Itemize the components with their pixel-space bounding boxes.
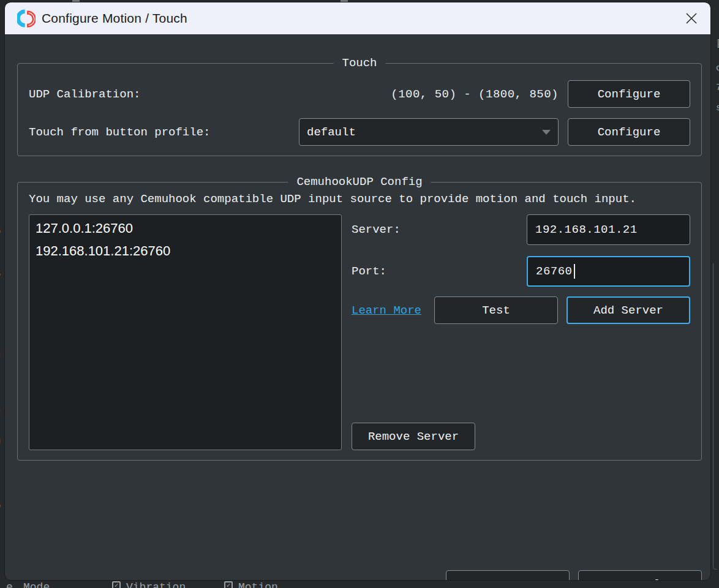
background-right-strip: [ c 7 s: [710, 2, 719, 580]
server-list-item[interactable]: 192.168.101.21:26760: [29, 239, 341, 262]
learn-more-link[interactable]: Learn More: [352, 304, 421, 317]
cemuhook-description: You may use any Cemuhook compatible UDP …: [29, 192, 690, 206]
touch-group-title: Touch: [333, 56, 385, 70]
yuzu-logo-icon: [17, 9, 36, 28]
background-text-fragment: S: [0, 270, 1, 279]
server-input[interactable]: 192.168.101.21: [527, 214, 690, 245]
cemuhook-group: CemuhookUDP Config You may use any Cemuh…: [17, 182, 702, 461]
udp-calibration-label: UDP Calibration:: [29, 88, 290, 101]
text-caret: [574, 264, 575, 279]
close-button[interactable]: [672, 2, 710, 34]
background-text-fragment: e: [6, 581, 13, 588]
close-icon: [685, 12, 698, 25]
ok-button[interactable]: OK: [446, 570, 570, 580]
background-text-fragment: U: [0, 439, 1, 448]
background-text-fragment: F: [0, 410, 1, 420]
configure-motion-touch-dialog: Configure Motion / Touch Touch UDP Calib…: [5, 2, 710, 580]
cemuhook-group-title: CemuhookUDP Config: [288, 175, 431, 189]
profile-selected-value: default: [307, 126, 356, 139]
background-bottom-strip: e Mode ✓Vibration ✓Motion: [0, 580, 719, 588]
server-label: Server:: [352, 223, 401, 236]
titlebar: Configure Motion / Touch: [5, 2, 710, 34]
profile-select[interactable]: default: [299, 118, 559, 146]
background-left-strip: D S n F U O: [0, 2, 5, 580]
test-button[interactable]: Test: [434, 296, 558, 324]
port-input[interactable]: 26760: [527, 256, 690, 287]
touch-group: Touch UDP Calibration: (100, 50) - (1800…: [17, 63, 702, 156]
background-text-fragment: c: [716, 64, 719, 73]
server-list-item[interactable]: 127.0.0.1:26760: [29, 217, 341, 239]
configure-calibration-button[interactable]: Configure: [568, 80, 690, 108]
remove-server-button[interactable]: Remove Server: [352, 423, 475, 450]
checkbox-icon: ✓: [112, 581, 121, 588]
background-vibration-checkbox: ✓Vibration: [112, 581, 186, 588]
background-fragment: [341, 0, 348, 2]
background-mode-label: Mode: [23, 581, 50, 588]
background-motion-label: Motion: [238, 581, 278, 588]
server-input-value: 192.168.101.21: [535, 223, 638, 236]
background-text-fragment: O: [0, 502, 1, 511]
server-list[interactable]: 127.0.0.1:26760 192.168.101.21:26760: [29, 214, 342, 450]
add-server-button[interactable]: Add Server: [567, 296, 690, 324]
touch-profile-label: Touch from button profile:: [29, 126, 290, 139]
background-fragment: [72, 0, 80, 2]
background-text-fragment: 7: [716, 83, 719, 92]
configure-profile-button[interactable]: Configure: [568, 118, 690, 146]
checkbox-icon: ✓: [224, 581, 233, 588]
port-input-value: 26760: [536, 265, 573, 278]
background-text-fragment: n: [0, 349, 1, 358]
window-title: Configure Motion / Touch: [42, 11, 187, 26]
chevron-down-icon: [542, 130, 551, 135]
background-motion-checkbox: ✓Motion: [224, 581, 278, 588]
background-groupbox-edge: [713, 263, 717, 570]
port-label: Port:: [352, 265, 386, 278]
background-text-fragment: [: [716, 39, 719, 48]
background-text-fragment: D: [0, 228, 1, 237]
udp-calibration-value: (100, 50) - (1800, 850): [299, 88, 559, 101]
background-text-fragment: s: [716, 104, 719, 113]
background-vibration-label: Vibration: [126, 581, 186, 588]
cancel-button[interactable]: Cancel: [578, 570, 702, 580]
